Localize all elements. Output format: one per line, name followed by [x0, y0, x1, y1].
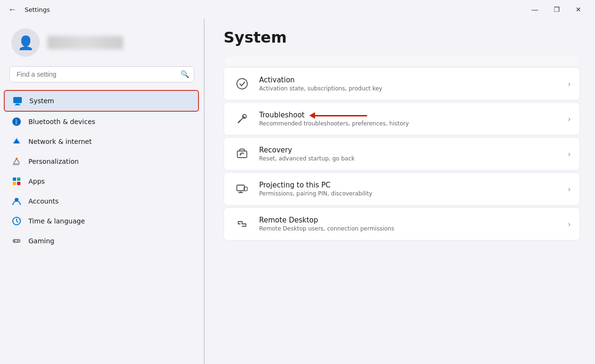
setting-item-recovery[interactable]: RecoveryReset, advanced startup, go back… — [224, 137, 580, 170]
personalization-nav-icon — [11, 156, 22, 167]
setting-item-projecting[interactable]: Projecting to this PCPermissions, pairin… — [224, 172, 580, 205]
username-display — [47, 36, 123, 49]
activation-text: ActivationActivation state, subscription… — [259, 76, 564, 92]
sidebar-item-label-bluetooth: Bluetooth & devices — [28, 118, 95, 125]
user-icon: 👤 — [18, 35, 34, 51]
svg-rect-2 — [15, 105, 20, 106]
titlebar-left: ← Settings — [6, 3, 50, 16]
sidebar-item-time[interactable]: Time & language — [4, 211, 199, 231]
titlebar: ← Settings — ❐ ✕ — [0, 0, 595, 19]
troubleshoot-text: TroubleshootRecommended troubleshooters,… — [259, 111, 564, 127]
user-profile: 👤 — [0, 19, 204, 66]
sidebar-item-label-apps: Apps — [28, 178, 45, 185]
svg-text:ᛒ: ᛒ — [15, 118, 18, 125]
back-button[interactable]: ← — [6, 3, 19, 16]
nav-list: SystemᛒBluetooth & devicesNetwork & inte… — [0, 90, 203, 251]
sidebar-item-label-system: System — [29, 97, 54, 105]
projecting-title: Projecting to this PC — [259, 181, 564, 189]
recovery-text: RecoveryReset, advanced startup, go back — [259, 146, 564, 162]
setting-item-troubleshoot[interactable]: TroubleshootRecommended troubleshooters,… — [224, 102, 580, 135]
activation-chevron-icon: › — [568, 80, 571, 89]
remote-desktop-chevron-icon: › — [568, 220, 571, 229]
settings-list: ActivationActivation state, subscription… — [224, 56, 580, 240]
remote-desktop-icon — [233, 214, 252, 233]
sidebar-item-label-network: Network & internet — [28, 138, 92, 145]
sidebar-item-gaming[interactable]: Gaming — [4, 231, 199, 251]
sidebar-item-network[interactable]: Network & internet — [4, 132, 199, 151]
search-input[interactable] — [9, 66, 194, 82]
svg-rect-25 — [237, 185, 244, 191]
svg-rect-24 — [237, 151, 247, 158]
network-nav-icon — [11, 136, 22, 147]
svg-rect-7 — [13, 163, 19, 165]
sidebar-item-label-time: Time & language — [28, 217, 85, 225]
avatar: 👤 — [11, 28, 40, 57]
page-title: System — [224, 28, 580, 46]
recovery-chevron-icon: › — [568, 150, 571, 159]
bluetooth-nav-icon: ᛒ — [11, 116, 22, 127]
recovery-desc: Reset, advanced startup, go back — [259, 155, 564, 162]
remote-desktop-desc: Remote Desktop users, connection permiss… — [259, 225, 564, 232]
maximize-button[interactable]: ❐ — [546, 2, 568, 17]
search-button[interactable]: 🔍 — [180, 70, 189, 79]
app-container: 👤 🔍 SystemᛒBluetooth & devicesNetwork & … — [0, 19, 595, 364]
sidebar-item-label-accounts: Accounts — [28, 197, 59, 205]
svg-rect-12 — [17, 182, 20, 185]
troubleshoot-title: Troubleshoot — [259, 111, 305, 119]
sidebar-item-personalization[interactable]: Personalization — [4, 151, 199, 171]
projecting-icon — [233, 179, 252, 198]
sidebar-item-apps[interactable]: Apps — [4, 171, 199, 191]
sidebar: 👤 🔍 SystemᛒBluetooth & devicesNetwork & … — [0, 19, 204, 364]
projecting-text: Projecting to this PCPermissions, pairin… — [259, 181, 564, 197]
sidebar-item-label-personalization: Personalization — [28, 158, 79, 165]
nav-list-container: SystemᛒBluetooth & devicesNetwork & inte… — [0, 90, 204, 364]
time-nav-icon — [11, 216, 22, 226]
svg-rect-1 — [16, 104, 19, 105]
close-button[interactable]: ✕ — [568, 2, 589, 17]
accounts-nav-icon — [11, 196, 22, 206]
svg-rect-11 — [13, 182, 16, 185]
activation-desc: Activation state, subscriptions, product… — [259, 85, 564, 92]
setting-item-partial[interactable] — [224, 56, 580, 65]
svg-rect-10 — [17, 178, 20, 181]
main-content: System ActivationActivation state, subsc… — [205, 19, 595, 364]
window-controls: — ❐ ✕ — [524, 2, 589, 17]
projecting-chevron-icon: › — [568, 185, 571, 194]
troubleshoot-icon — [233, 109, 252, 128]
troubleshoot-chevron-icon: › — [568, 115, 571, 124]
recovery-title: Recovery — [259, 146, 564, 154]
svg-point-21 — [19, 241, 20, 242]
setting-item-remote-desktop[interactable]: Remote DesktopRemote Desktop users, conn… — [224, 207, 580, 240]
troubleshoot-arrow-annotation — [309, 112, 367, 119]
svg-line-16 — [17, 221, 18, 222]
remote-desktop-title: Remote Desktop — [259, 216, 564, 224]
minimize-button[interactable]: — — [524, 2, 546, 17]
gaming-nav-icon — [11, 236, 22, 246]
back-icon: ← — [8, 5, 17, 15]
setting-item-activation[interactable]: ActivationActivation state, subscription… — [224, 67, 580, 100]
sidebar-item-label-gaming: Gaming — [28, 237, 54, 245]
remote-desktop-text: Remote DesktopRemote Desktop users, conn… — [259, 216, 564, 232]
svg-point-8 — [16, 158, 18, 160]
search-icon: 🔍 — [180, 70, 189, 78]
troubleshoot-desc: Recommended troubleshooters, preferences… — [259, 120, 564, 127]
search-box: 🔍 — [9, 66, 194, 82]
activation-icon — [233, 74, 252, 93]
svg-point-22 — [237, 79, 247, 89]
recovery-icon — [233, 144, 252, 163]
sidebar-item-bluetooth[interactable]: ᛒBluetooth & devices — [4, 112, 199, 132]
svg-rect-9 — [13, 178, 16, 181]
app-title: Settings — [25, 6, 50, 13]
activation-title: Activation — [259, 76, 564, 84]
sidebar-item-accounts[interactable]: Accounts — [4, 191, 199, 211]
projecting-desc: Permissions, pairing PIN, discoverabilit… — [259, 190, 564, 197]
system-nav-icon — [12, 96, 23, 106]
apps-nav-icon — [11, 176, 22, 186]
sidebar-item-system[interactable]: System — [4, 90, 199, 112]
svg-point-20 — [18, 240, 19, 241]
svg-rect-0 — [13, 97, 22, 103]
